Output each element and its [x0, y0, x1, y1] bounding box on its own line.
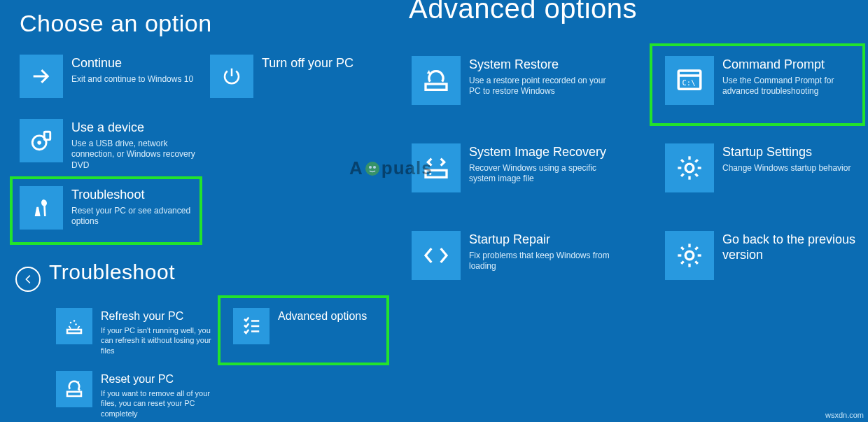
svg-point-6	[75, 323, 77, 325]
tile-troubleshoot[interactable]: Troubleshoot Reset your PC or see advanc…	[20, 186, 202, 230]
tile-startup-settings[interactable]: Startup Settings Change Windows startup …	[665, 143, 868, 192]
cmd-title: Command Prompt	[722, 57, 868, 73]
device-icon	[20, 119, 63, 162]
goback-title: Go back to the previous version	[722, 232, 868, 262]
device-desc: Use a USB drive, network connection, or …	[71, 139, 202, 171]
continue-title: Continue	[71, 56, 193, 71]
checklist-icon	[233, 308, 270, 344]
advanced-options-heading: Advanced options	[409, 0, 637, 24]
tile-continue[interactable]: Continue Exit and continue to Windows 10	[20, 55, 202, 98]
svg-line-25	[695, 160, 698, 162]
tile-system-image-recovery[interactable]: System Image Recovery Recover Windows us…	[412, 143, 615, 192]
svg-point-35	[365, 162, 379, 176]
watermark: A puals	[349, 157, 433, 179]
troubleshoot-title: Troubleshoot	[71, 188, 202, 203]
svg-line-31	[681, 247, 684, 250]
tile-use-device[interactable]: Use a device Use a USB drive, network co…	[20, 119, 202, 171]
arrow-right-icon	[20, 55, 63, 98]
tile-turnoff[interactable]: Turn off your PC	[210, 55, 392, 98]
troubleshoot-heading: Troubleshoot	[49, 260, 175, 284]
repair-desc: Fix problems that keep Windows from load…	[469, 251, 615, 272]
power-icon	[210, 55, 253, 98]
tile-refresh-pc[interactable]: Refresh your PC If your PC isn't running…	[56, 308, 217, 356]
svg-point-4	[70, 322, 72, 324]
reset-desc: If you want to remove all of your files,…	[101, 388, 217, 419]
advopt-title: Advanced options	[278, 309, 367, 323]
svg-point-37	[373, 166, 376, 169]
svg-line-23	[695, 174, 698, 176]
svg-point-17	[685, 164, 694, 172]
restore-title: System Restore	[469, 57, 615, 73]
svg-point-26	[685, 251, 694, 260]
choose-option-heading: Choose an option	[20, 10, 212, 37]
device-title: Use a device	[71, 120, 202, 136]
reset-title: Reset your PC	[101, 372, 217, 386]
svg-line-34	[695, 247, 698, 250]
reset-icon	[56, 371, 92, 407]
image-desc: Recover Windows using a specific system …	[469, 163, 615, 185]
turnoff-title: Turn off your PC	[262, 56, 354, 71]
svg-point-36	[369, 166, 372, 169]
image-title: System Image Recovery	[469, 145, 615, 160]
svg-rect-3	[67, 330, 81, 333]
troubleshoot-desc: Reset your PC or see advanced options	[71, 206, 202, 227]
svg-line-32	[695, 261, 698, 264]
refresh-title: Refresh your PC	[101, 309, 217, 323]
repair-title: Startup Repair	[469, 232, 615, 248]
restore-desc: Use a restore point recorded on your PC …	[469, 76, 615, 97]
tile-advanced-options[interactable]: Advanced options	[233, 308, 380, 344]
tools-icon	[20, 186, 63, 230]
tile-system-restore[interactable]: System Restore Use a restore point recor…	[412, 56, 615, 105]
svg-line-33	[681, 261, 684, 264]
svg-text:C:\: C:\	[682, 78, 696, 87]
refresh-icon	[56, 308, 92, 344]
terminal-icon: C:\	[665, 56, 714, 105]
refresh-desc: If your PC isn't running well, you can r…	[101, 325, 217, 356]
svg-point-5	[74, 320, 76, 322]
back-button[interactable]	[15, 267, 41, 292]
gear-icon-2	[665, 231, 714, 280]
tile-startup-repair[interactable]: Startup Repair Fix problems that keep Wi…	[412, 231, 615, 280]
startup-settings-title: Startup Settings	[722, 145, 850, 160]
continue-desc: Exit and continue to Windows 10	[71, 74, 193, 85]
credit-text: wsxdn.com	[825, 411, 864, 419]
svg-rect-2	[44, 132, 50, 139]
svg-rect-7	[67, 392, 81, 396]
svg-line-24	[681, 174, 684, 176]
svg-rect-11	[426, 84, 447, 90]
svg-point-1	[37, 141, 41, 145]
tile-command-prompt[interactable]: C:\ Command Prompt Use the Command Promp…	[665, 56, 868, 105]
svg-line-22	[681, 160, 684, 162]
code-icon	[412, 231, 461, 280]
tile-go-back[interactable]: Go back to the previous version	[665, 231, 868, 280]
startup-settings-desc: Change Windows startup behavior	[722, 163, 850, 174]
restore-icon	[412, 56, 461, 105]
gear-icon	[665, 143, 714, 192]
cmd-desc: Use the Command Prompt for advanced trou…	[722, 76, 868, 97]
tile-reset-pc[interactable]: Reset your PC If you want to remove all …	[56, 371, 217, 419]
